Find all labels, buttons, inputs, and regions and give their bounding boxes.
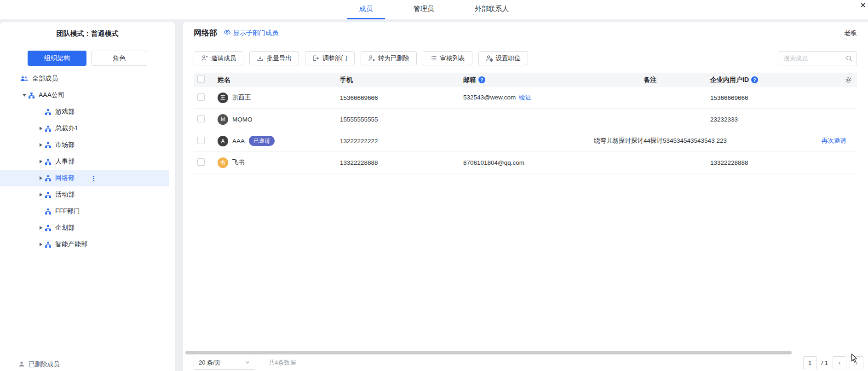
toolbar-button-3[interactable]: 转为已删除 <box>361 51 417 65</box>
chevron-down-icon[interactable] <box>20 93 29 98</box>
column-settings-gear-icon[interactable] <box>845 76 852 85</box>
department-icon <box>45 209 51 214</box>
help-icon[interactable]: ? <box>478 76 485 83</box>
page-size-select[interactable]: 20 条/页 <box>194 356 255 370</box>
member-email: 532543@wew.com <box>463 94 516 101</box>
total-count: 共4条数据 <box>269 359 296 367</box>
close-icon[interactable]: ✕ <box>860 2 866 9</box>
member-user-id: 23232333 <box>707 116 818 123</box>
tree-item-0[interactable]: 全部成员 <box>0 70 175 87</box>
department-icon <box>45 225 51 231</box>
member-user-id: 13322228888 <box>707 159 818 166</box>
table-row[interactable]: M MOMO 15555555555 23232333 <box>194 109 857 130</box>
next-page-button[interactable]: › <box>850 356 863 369</box>
department-icon <box>45 109 51 115</box>
member-name: MOMO <box>232 116 253 123</box>
row-checkbox[interactable] <box>197 115 205 122</box>
toolbar-button-4[interactable]: 审核列表 <box>423 51 472 65</box>
table-row[interactable]: 书 飞书 13322228888 8706101804@qq.com 13322… <box>194 152 857 174</box>
department-icon <box>45 192 51 198</box>
role-button[interactable]: 角色 <box>91 51 147 66</box>
department-icon <box>45 159 51 165</box>
toolbar-button-5[interactable]: 设置职位 <box>478 51 528 65</box>
table-header: 姓名 手机 邮箱? 备注 企业内用户ID? <box>194 73 857 87</box>
invited-badge: 已邀请 <box>249 136 275 146</box>
chevron-right-icon[interactable] <box>37 126 45 131</box>
all-members-icon <box>20 75 28 82</box>
dept-move-icon <box>312 55 319 62</box>
member-user-id: 15366669666 <box>707 94 818 101</box>
tree-item-6[interactable]: 网络部 ⋮ <box>0 170 169 186</box>
chevron-right-icon[interactable] <box>37 242 45 247</box>
tree-item-8[interactable]: FFF部门 <box>0 203 175 220</box>
page-title: 网络部 <box>194 28 217 38</box>
topbar-tab[interactable]: 管理员 <box>402 0 446 19</box>
deleted-members-entry[interactable]: 已删除成员 <box>18 360 60 369</box>
show-subdept-link[interactable]: 显示子部门成员 <box>224 29 278 37</box>
topbar-tab[interactable]: 外部联系人 <box>463 0 521 19</box>
divider <box>0 44 175 44</box>
chevron-right-icon[interactable] <box>37 159 45 164</box>
member-phone: 13222222222 <box>336 138 460 145</box>
help-icon[interactable]: ? <box>751 76 758 83</box>
tree-item-5[interactable]: 人事部 <box>0 153 175 170</box>
row-checkbox[interactable] <box>197 93 205 101</box>
department-icon <box>45 142 51 148</box>
row-checkbox[interactable] <box>197 158 205 166</box>
more-actions-icon[interactable]: ⋮ <box>90 175 97 182</box>
table-row[interactable]: A AAA 已邀请 13222222222 绕弯儿翁探讨探讨44探讨534534… <box>194 130 857 152</box>
org-structure-button[interactable]: 组织架构 <box>28 51 86 66</box>
member-phone: 15366669666 <box>336 94 460 101</box>
department-tree: 全部成员 AAA公司 游戏部 总裁办1 市场部 人事部 网络部 ⋮ 活动部 <box>0 70 175 253</box>
table-footer: 20 条/页 共4条数据 1 / 1 ‹ › <box>194 354 863 371</box>
owner-label: 老板 <box>844 29 857 37</box>
export-icon <box>257 55 264 62</box>
current-page[interactable]: 1 <box>803 356 817 369</box>
person-setting-icon <box>486 55 493 62</box>
chevron-right-icon[interactable] <box>37 192 45 197</box>
chevron-right-icon[interactable] <box>37 226 45 230</box>
tree-item-2[interactable]: 游戏部 <box>0 104 175 120</box>
person-icon <box>18 361 25 369</box>
tree-item-4[interactable]: 市场部 <box>0 137 175 153</box>
chevron-right-icon[interactable] <box>37 176 45 180</box>
col-remark: 备注 <box>590 76 707 84</box>
eye-icon <box>224 29 231 37</box>
prev-page-button[interactable]: ‹ <box>833 356 846 369</box>
toolbar-button-2[interactable]: 调整部门 <box>305 51 355 65</box>
avatar: M <box>218 114 228 125</box>
tree-item-3[interactable]: 总裁办1 <box>0 120 175 137</box>
person-plus-icon <box>201 55 208 62</box>
verify-link[interactable]: 验证 <box>519 94 531 101</box>
topbar-tab[interactable]: 成员 <box>347 0 385 19</box>
table-row[interactable]: 王 凯西王 15366669666 532543@wew.com验证 15366… <box>194 87 857 109</box>
member-phone: 15555555555 <box>336 116 460 123</box>
search-input[interactable] <box>783 54 847 62</box>
divider <box>262 358 262 368</box>
top-tab-bar: 成员管理员外部联系人 ✕ <box>0 0 868 19</box>
team-mode-title: 团队模式：普通模式 <box>0 22 175 44</box>
tree-item-7[interactable]: 活动部 <box>0 186 175 203</box>
avatar: 王 <box>218 93 228 103</box>
row-checkbox[interactable] <box>197 137 205 144</box>
page-total: / 1 <box>822 359 828 366</box>
members-table: 姓名 手机 邮箱? 备注 企业内用户ID? 王 凯西王 15366669666 … <box>194 73 857 174</box>
toolbar-button-1[interactable]: 批量导出 <box>249 51 299 65</box>
tree-item-9[interactable]: 企划部 <box>0 220 175 236</box>
member-search <box>778 51 857 65</box>
avatar: 书 <box>218 157 228 168</box>
member-name: AAA <box>232 138 245 145</box>
chevron-down-icon <box>245 359 250 366</box>
tree-item-1[interactable]: AAA公司 <box>0 87 175 104</box>
horizontal-scrollbar[interactable] <box>185 351 792 354</box>
member-phone: 13322228888 <box>336 159 460 166</box>
chevron-right-icon[interactable] <box>37 143 45 147</box>
audit-list-icon <box>430 55 437 62</box>
toolbar-button-0[interactable]: 邀请成员 <box>194 51 243 65</box>
select-all-checkbox[interactable] <box>197 75 205 83</box>
department-icon <box>45 126 51 132</box>
member-name: 凯西王 <box>232 93 251 102</box>
reinvite-link[interactable]: 再次邀请 <box>822 137 846 144</box>
tree-item-10[interactable]: 智能产能部 <box>0 236 175 253</box>
member-name: 飞书 <box>232 158 245 167</box>
